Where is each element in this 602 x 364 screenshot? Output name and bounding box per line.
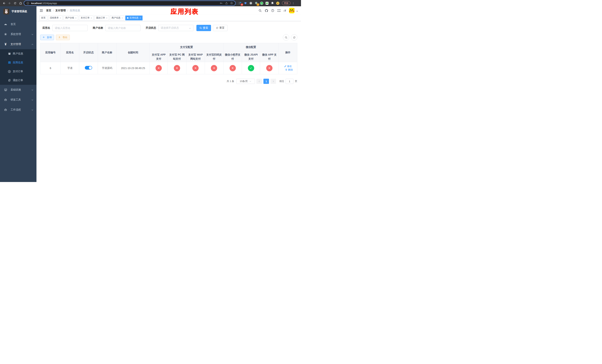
refresh-table-button[interactable] <box>291 34 297 41</box>
share-icon[interactable] <box>225 1 228 5</box>
sidebar-item-dev-tools[interactable]: 研发工具 <box>0 95 36 105</box>
app-name-input[interactable] <box>52 25 87 31</box>
browser-update-button[interactable]: 更新 <box>282 1 290 5</box>
next-page-button[interactable] <box>270 79 276 84</box>
extension-command-icon[interactable]: ⌘ <box>249 1 253 5</box>
sidebar-item-infrastructure[interactable]: 基础设施 <box>0 85 36 95</box>
prev-page-button[interactable] <box>256 79 262 84</box>
cell-app-name: 芋道 <box>61 62 79 74</box>
show-search-toggle-button[interactable] <box>283 34 289 41</box>
tab-home[interactable]: 首页 <box>39 16 47 20</box>
breadcrumb-current: 应用信息 <box>70 9 80 12</box>
sidebar-logo[interactable]: 芋道管理系统 <box>0 6 36 17</box>
extension-yudao-icon[interactable]: y <box>260 1 263 5</box>
avatar-caret-icon[interactable] <box>296 10 298 11</box>
breadcrumb-payment[interactable]: 支付管理 <box>55 9 66 12</box>
search-button[interactable]: 搜索 <box>196 25 211 31</box>
chevron-down-icon <box>189 27 191 29</box>
page-content: 应用名 商户名称 开启状态 请选择开启状态 搜索 重置 <box>36 21 301 84</box>
sidebar-item-app-info[interactable]: 应用信息 <box>0 58 36 67</box>
sidebar-item-payment[interactable]: ¥ 支付管理 <box>0 39 36 49</box>
refund-doc-icon <box>8 79 11 82</box>
sidebar-item-merchant-info[interactable]: 商户信息 <box>0 49 36 58</box>
trash-icon <box>285 68 288 71</box>
close-icon[interactable]: × <box>60 17 61 19</box>
sidebar-item-refund-order[interactable]: 退款订单 <box>0 76 36 85</box>
close-icon[interactable]: × <box>106 17 107 19</box>
extension-green-dot-icon[interactable]: 1 <box>254 1 258 5</box>
status-select[interactable]: 请选择开启状态 <box>158 25 194 31</box>
extensions-area: 10 ⌘ 1 y 更新 ⋮ <box>238 1 294 5</box>
chevron-down-icon <box>31 89 33 91</box>
breadcrumb-home[interactable]: 首页 <box>46 9 51 12</box>
fullscreen-icon[interactable] <box>277 9 281 12</box>
cell-status <box>79 62 98 74</box>
tags-view-bar: 首页 流程表单× 用户分组× 支付订单× 退款订单× 商户信息× 应用信息× <box>36 15 301 21</box>
extensions-puzzle-icon[interactable] <box>270 1 274 5</box>
sidebar-item-workflow[interactable]: 工作流程 <box>0 105 36 115</box>
browser-menu-icon[interactable]: ⋮ <box>292 2 294 5</box>
col-group-wechat: 微信配置 <box>224 43 279 51</box>
tab-refund-order[interactable]: 退款订单× <box>94 16 109 20</box>
pencil-icon <box>284 65 286 68</box>
tab-merchant-info[interactable]: 商户信息× <box>110 16 124 20</box>
bookmark-star-icon[interactable] <box>230 1 233 5</box>
reset-button[interactable]: 重置 <box>213 25 227 31</box>
cell-alipay-app: ✕ <box>150 62 168 74</box>
table-row: 6 芋道 芋道源码 2021-10-23 08:49:25 ✕ ✕ ✕ ✕ ✕ … <box>40 62 297 74</box>
export-button[interactable]: 导出 <box>56 35 70 40</box>
address-bar[interactable]: localhost:1024/pay/app <box>24 0 236 6</box>
dashboard-icon <box>4 22 7 26</box>
search-icon[interactable] <box>258 9 262 12</box>
reload-icon[interactable] <box>13 1 17 6</box>
back-icon[interactable] <box>1 1 6 6</box>
extension-gem-icon[interactable] <box>244 1 247 5</box>
tab-user-group[interactable]: 用户分组× <box>64 16 78 20</box>
url-text[interactable]: localhost:1024/pay/app <box>31 2 57 5</box>
tab-app-info[interactable]: 应用信息× <box>125 16 142 20</box>
help-icon[interactable] <box>271 9 275 12</box>
col-alipay-wap: 支付宝 WAP 网站支付 <box>186 51 205 62</box>
close-icon[interactable]: × <box>75 17 76 19</box>
application-window: localhost:1024/pay/app 10 ⌘ 1 y 更新 ⋮ <box>0 0 301 182</box>
extension-diamond-icon[interactable]: 10 <box>238 1 242 5</box>
cell-wx-jsapi: ✓ <box>242 62 260 74</box>
breadcrumb-separator: / <box>67 9 68 12</box>
tab-pay-order[interactable]: 支付订单× <box>79 16 94 20</box>
home-icon[interactable] <box>18 1 23 6</box>
user-avatar[interactable] <box>289 8 294 13</box>
extension-chat-icon[interactable] <box>265 1 269 5</box>
svg-text:⌘: ⌘ <box>250 2 252 4</box>
breadcrumb: 首页 / 支付管理 / 应用信息 <box>46 9 80 12</box>
password-key-icon[interactable] <box>219 1 223 5</box>
sidebar-item-home[interactable]: 首页 <box>0 19 36 29</box>
page-size-select[interactable]: 10条/页 <box>236 79 255 84</box>
page-number-current[interactable]: 1 <box>263 79 269 84</box>
app-name-label: 应用名 <box>43 26 50 30</box>
add-button[interactable]: 新增 <box>40 35 54 40</box>
merchant-name-input[interactable] <box>105 25 140 31</box>
close-icon[interactable]: × <box>122 17 123 19</box>
extension-badge: 1 <box>257 3 259 6</box>
forward-icon[interactable] <box>7 1 12 6</box>
page-unit-label: 页 <box>295 80 297 83</box>
close-icon[interactable]: × <box>140 17 141 19</box>
close-icon[interactable]: × <box>91 17 92 19</box>
cell-wx-mini: ✕ <box>224 62 242 74</box>
enabled-toggle[interactable] <box>85 66 92 70</box>
sidebar-collapse-icon[interactable] <box>39 9 43 12</box>
github-icon[interactable] <box>265 9 268 12</box>
font-size-icon[interactable]: тT <box>284 9 286 12</box>
sidebar-item-system[interactable]: 系统管理 <box>0 29 36 39</box>
site-info-icon[interactable] <box>26 1 30 5</box>
delete-link[interactable]: 删除 <box>285 68 293 72</box>
goto-page-input[interactable] <box>286 79 293 84</box>
edit-link[interactable]: 修改 <box>284 65 292 68</box>
tab-process-form[interactable]: 流程表单× <box>48 16 63 20</box>
sidebar-item-pay-order[interactable]: ¥ 支付订单 <box>0 67 36 76</box>
profile-avatar-emoji[interactable] <box>276 1 280 5</box>
cell-actions: 修改 删除 <box>279 62 297 74</box>
sidebar: 芋道管理系统 首页 系统管理 ¥ 支付管理 商户信息 <box>0 6 36 182</box>
col-wx-app: 微信 APP 支付 <box>260 51 279 62</box>
chevron-down-icon <box>31 33 33 35</box>
